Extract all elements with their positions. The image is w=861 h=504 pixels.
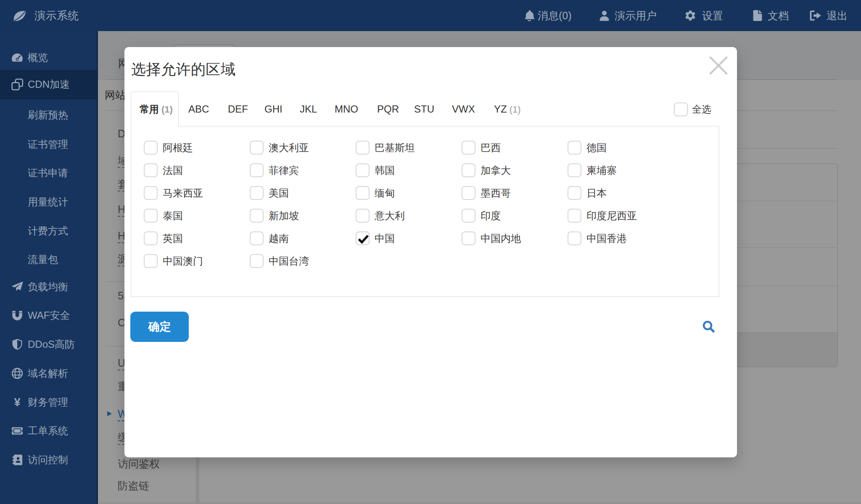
region-option-22[interactable]: 中国 [356,231,395,245]
region-tab-vwx[interactable]: VWX [452,92,475,126]
region-option-12[interactable]: 缅甸 [356,186,395,200]
region-option-3[interactable]: 巴西 [462,141,501,155]
checkbox[interactable] [250,186,264,200]
sidebar-item-billing-method[interactable]: 计费方式 [0,216,98,245]
region-option-2[interactable]: 巴基斯坦 [356,141,415,155]
region-tab-def[interactable]: DEF [228,92,248,126]
close-icon[interactable] [709,56,728,75]
sidebar-item-waf-security[interactable]: WAF安全 [0,301,98,330]
checkbox[interactable] [568,141,581,155]
checkbox[interactable] [568,163,581,177]
region-tab-jkl[interactable]: JKL [300,92,317,126]
tab-label: ABC [188,103,209,115]
sidebar-item-overview[interactable]: 概览 [0,43,98,72]
region-option-0[interactable]: 阿根廷 [144,141,193,155]
checkbox[interactable] [144,141,158,155]
region-option-8[interactable]: 加拿大 [462,163,511,177]
region-tab-常用[interactable]: 常用(1) [131,92,179,127]
search-icon[interactable] [702,320,716,334]
sidebar-item-dns-resolution[interactable]: 域名解析 [0,359,98,388]
region-option-10[interactable]: 马来西亚 [144,186,203,200]
select-all-label: 全选 [692,103,711,116]
region-tab-ghi[interactable]: GHI [264,92,283,126]
sidebar-item-finance[interactable]: ¥财务管理 [0,388,98,417]
checkbox[interactable] [356,209,370,223]
user-icon [599,10,610,21]
region-option-25[interactable]: 中国澳门 [144,254,203,268]
region-option-15[interactable]: 泰国 [144,209,183,223]
tab-count: (1) [510,104,521,115]
checkbox[interactable] [674,102,688,116]
region-option-4[interactable]: 德国 [568,141,607,155]
checkbox[interactable] [144,186,158,200]
sidebar-item-traffic-package[interactable]: 流量包 [0,245,98,274]
region-option-21[interactable]: 越南 [250,231,289,245]
checkbox[interactable] [462,186,475,200]
tab-label: DEF [228,103,248,115]
region-option-14[interactable]: 日本 [568,186,607,200]
id-card-icon [11,454,23,466]
region-option-18[interactable]: 印度 [462,209,501,223]
magnet-icon [11,310,23,321]
sidebar-item-cert-apply[interactable]: 证书申请 [0,159,98,188]
dialog-title: 选择允许的区域 [131,61,236,77]
checkbox[interactable] [250,163,264,177]
checkbox[interactable] [356,163,370,177]
region-option-19[interactable]: 印度尼西亚 [568,209,637,223]
checkbox[interactable] [462,209,475,223]
checkbox[interactable] [462,163,475,177]
globe-icon [11,368,23,379]
checkbox[interactable] [144,209,158,223]
region-option-13[interactable]: 墨西哥 [462,186,511,200]
checkbox[interactable] [568,231,581,245]
checkbox-checked[interactable] [356,231,370,245]
region-tab-abc[interactable]: ABC [188,92,209,126]
region-option-16[interactable]: 新加坡 [250,209,299,223]
region-option-23[interactable]: 中国内地 [462,231,521,245]
checkbox[interactable] [462,231,475,245]
sidebar-item-usage-stats[interactable]: 用量统计 [0,187,98,216]
select-all-checkbox[interactable]: 全选 [674,102,711,116]
checkbox[interactable] [568,209,581,223]
sidebar-item-cert-management[interactable]: 证书管理 [0,130,98,159]
region-option-5[interactable]: 法国 [144,163,183,177]
navbar-menu: 消息(0)演示用户设置文档退出 [0,0,861,31]
region-option-24[interactable]: 中国香港 [568,231,627,245]
checkbox[interactable] [144,231,158,245]
checkbox[interactable] [356,186,370,200]
region-option-9[interactable]: 柬埔寨 [568,163,617,177]
tab-label: GHI [264,103,283,115]
region-option-6[interactable]: 菲律宾 [250,163,299,177]
checkbox[interactable] [462,141,475,155]
sidebar-edge [97,31,98,504]
sidebar-item-load-balancing[interactable]: 负载均衡 [0,272,98,301]
checkbox[interactable] [356,141,370,155]
region-tab-pqr[interactable]: PQR [377,92,399,126]
shield-icon [11,339,23,350]
region-option-17[interactable]: 意大利 [356,209,405,223]
paper-plane-icon [11,281,23,293]
sidebar-item-access-control[interactable]: 访问控制 [0,446,98,475]
region-tab-yz[interactable]: YZ(1) [494,92,521,126]
region-option-26[interactable]: 中国台湾 [250,254,309,268]
confirm-button[interactable]: 确定 [130,312,189,342]
checkbox[interactable] [144,254,158,268]
sidebar-item-tickets[interactable]: 工单系统 [0,417,98,446]
region-option-1[interactable]: 澳大利亚 [250,141,309,155]
sidebar-item-ddos-protection[interactable]: DDoS高防 [0,330,98,359]
tab-label: 常用 [140,104,159,115]
checkbox[interactable] [568,186,581,200]
checkbox[interactable] [250,231,264,245]
region-option-7[interactable]: 韩国 [356,163,395,177]
region-tab-mno[interactable]: MNO [335,92,358,126]
region-tab-stu[interactable]: STU [414,92,434,126]
region-option-20[interactable]: 英国 [144,231,183,245]
checkbox[interactable] [250,254,264,268]
checkbox[interactable] [144,163,158,177]
sidebar-item-cdn[interactable]: CDN加速 [0,70,98,100]
file-icon [753,10,763,21]
checkbox[interactable] [250,141,264,155]
checkbox[interactable] [250,209,264,223]
sidebar-item-refresh-preheat[interactable]: 刷新预热 [0,101,98,130]
region-option-11[interactable]: 美国 [250,186,289,200]
